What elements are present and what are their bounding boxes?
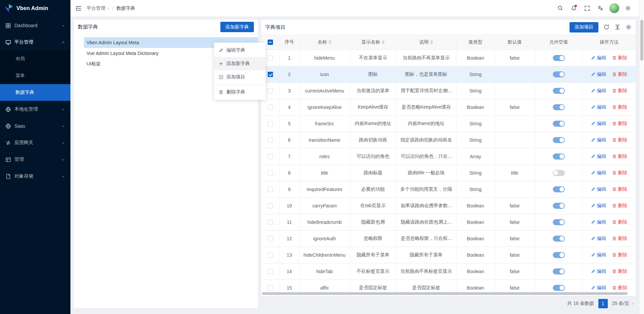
edit-button[interactable]: 编辑 xyxy=(591,236,606,242)
settings-gear-icon[interactable] xyxy=(626,24,632,30)
breadcrumb-item-platform[interactable]: 平台管理 xyxy=(87,5,110,11)
row-checkbox[interactable] xyxy=(268,219,273,225)
sidebar-subitem-1[interactable]: 菜单 xyxy=(0,67,70,84)
refresh-icon[interactable] xyxy=(603,24,609,30)
edit-button[interactable]: 编辑 xyxy=(591,203,606,209)
edit-button[interactable]: 编辑 xyxy=(591,153,606,160)
sort-icon[interactable] xyxy=(329,40,331,44)
edit-button[interactable]: 编辑 xyxy=(591,268,606,274)
allow-null-toggle[interactable] xyxy=(553,137,565,143)
delete-button[interactable]: 删除 xyxy=(612,153,627,160)
app-logo[interactable]: Vben Admin xyxy=(0,0,70,16)
delete-button[interactable]: 删除 xyxy=(612,203,627,209)
add-dictionary-button[interactable]: 添加新字典 xyxy=(220,22,254,32)
allow-null-toggle[interactable] xyxy=(553,285,565,291)
delete-button[interactable]: 删除 xyxy=(612,121,627,127)
allow-null-toggle[interactable] xyxy=(553,121,565,127)
sidebar-item-4[interactable]: 应用网关 xyxy=(0,134,70,151)
edit-button[interactable]: 编辑 xyxy=(591,219,606,225)
select-all-checkbox[interactable] xyxy=(268,40,273,45)
cell-display-name: 必要的功能 xyxy=(350,181,396,198)
row-checkbox[interactable] xyxy=(268,170,273,176)
sidebar-item-6[interactable]: 对象存储 xyxy=(0,168,70,185)
sidebar-item-5[interactable]: 管理 xyxy=(0,151,70,168)
edit-button[interactable]: 编辑 xyxy=(591,55,606,61)
delete-button[interactable]: 删除 xyxy=(612,186,627,192)
sort-icon[interactable] xyxy=(430,40,433,44)
delete-button[interactable]: 删除 xyxy=(612,137,627,143)
delete-button[interactable]: 删除 xyxy=(612,88,627,94)
row-checkbox[interactable] xyxy=(268,72,273,77)
allow-null-toggle[interactable] xyxy=(553,170,565,176)
menu-fold-icon[interactable] xyxy=(75,5,82,12)
row-checkbox[interactable] xyxy=(268,269,273,274)
edit-button[interactable]: 编辑 xyxy=(591,88,606,94)
delete-button[interactable]: 删除 xyxy=(612,236,627,242)
row-checkbox[interactable] xyxy=(268,236,273,241)
page-size-select[interactable]: 25 条/页 xyxy=(612,301,634,307)
row-height-icon[interactable] xyxy=(614,24,621,30)
context-menu-item-1[interactable]: 添加新字典 xyxy=(214,57,266,70)
allow-null-toggle[interactable] xyxy=(553,104,565,110)
settings-gear-icon[interactable] xyxy=(622,2,634,14)
sidebar-item-0[interactable]: Dashboard xyxy=(0,17,70,34)
allow-null-toggle[interactable] xyxy=(553,252,565,258)
delete-button[interactable]: 删除 xyxy=(612,285,627,291)
row-checkbox[interactable] xyxy=(268,121,273,126)
delete-button[interactable]: 删除 xyxy=(612,71,627,77)
delete-button[interactable]: 删除 xyxy=(612,252,627,258)
edit-button[interactable]: 编辑 xyxy=(591,285,606,291)
sidebar-subitem-0[interactable]: 布局 xyxy=(0,51,70,67)
row-checkbox[interactable] xyxy=(268,55,273,61)
allow-null-toggle[interactable] xyxy=(553,153,565,160)
row-checkbox[interactable] xyxy=(268,88,273,93)
add-item-button[interactable]: 添加项目 xyxy=(570,22,598,33)
sidebar-item-1[interactable]: 平台管理 xyxy=(0,34,70,51)
sort-icon[interactable] xyxy=(382,40,385,44)
bell-icon[interactable] xyxy=(568,2,580,14)
horizontal-scrollbar[interactable] xyxy=(262,292,635,295)
delete-button[interactable]: 删除 xyxy=(612,104,627,110)
delete-button[interactable]: 删除 xyxy=(612,170,627,176)
cell-value-type: String xyxy=(456,165,495,181)
sidebar-item-2[interactable]: 本地化管理 xyxy=(0,101,70,118)
allow-null-toggle[interactable] xyxy=(553,71,565,77)
row-checkbox[interactable] xyxy=(268,154,273,159)
edit-button[interactable]: 编辑 xyxy=(591,252,606,258)
edit-button[interactable]: 编辑 xyxy=(591,186,606,192)
context-menu-item-2[interactable]: 添加项目 xyxy=(214,70,266,84)
allow-null-toggle[interactable] xyxy=(553,55,565,61)
edit-button[interactable]: 编辑 xyxy=(591,71,606,77)
edit-button[interactable]: 编辑 xyxy=(591,137,606,143)
edit-button[interactable]: 编辑 xyxy=(591,104,606,110)
allow-null-toggle[interactable] xyxy=(553,219,565,225)
user-avatar[interactable] xyxy=(609,3,619,13)
row-checkbox[interactable] xyxy=(268,137,273,143)
search-icon[interactable] xyxy=(554,2,567,14)
v-scrollbar-thumb[interactable] xyxy=(640,20,643,61)
page-number[interactable]: 1 xyxy=(598,299,608,308)
vertical-scrollbar[interactable] xyxy=(639,0,644,314)
row-checkbox[interactable] xyxy=(268,105,273,110)
h-scrollbar-thumb[interactable] xyxy=(262,292,628,295)
delete-button[interactable]: 删除 xyxy=(612,268,627,274)
allow-null-toggle[interactable] xyxy=(553,88,565,94)
row-checkbox[interactable] xyxy=(268,203,273,208)
sidebar-subitem-2[interactable]: 数据字典 xyxy=(0,84,70,101)
translate-icon[interactable] xyxy=(594,2,607,14)
sidebar-item-3[interactable]: Saas xyxy=(0,118,70,134)
fullscreen-icon[interactable] xyxy=(581,2,593,14)
row-checkbox[interactable] xyxy=(268,187,273,192)
row-checkbox[interactable] xyxy=(268,285,273,291)
edit-button[interactable]: 编辑 xyxy=(591,121,606,127)
allow-null-toggle[interactable] xyxy=(553,268,565,274)
context-menu-item-0[interactable]: 编辑字典 xyxy=(214,44,266,57)
delete-button[interactable]: 删除 xyxy=(612,219,627,225)
allow-null-toggle[interactable] xyxy=(553,186,565,192)
allow-null-toggle[interactable] xyxy=(553,236,565,242)
edit-button[interactable]: 编辑 xyxy=(591,170,606,176)
context-menu-item-3[interactable]: 删除字典 xyxy=(214,85,266,99)
allow-null-toggle[interactable] xyxy=(553,203,565,209)
row-checkbox[interactable] xyxy=(268,252,273,258)
delete-button[interactable]: 删除 xyxy=(612,55,627,61)
